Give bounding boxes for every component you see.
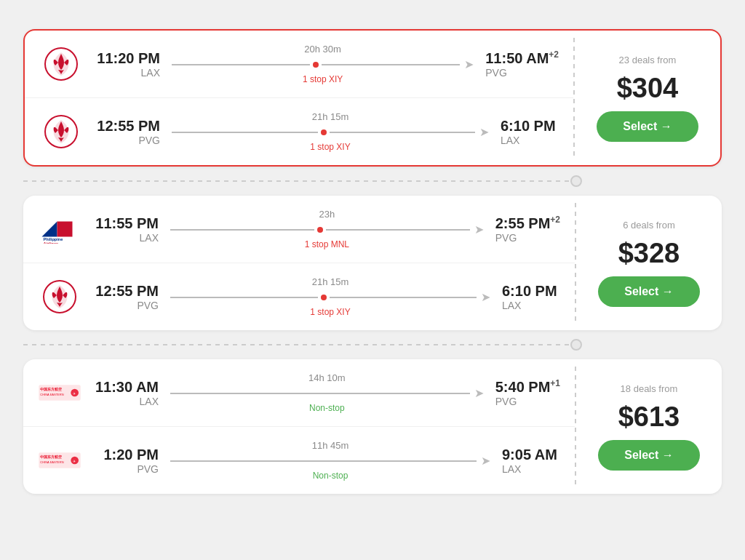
flight-info: 11:30 AM LAX 14h 10m ➤ Non-stop 5:40 PM+… xyxy=(93,372,560,413)
flights-section: 11:20 PM LAX 20h 30m ➤ 1 stop XIY 11:50 … xyxy=(25,31,573,165)
stop-dot xyxy=(321,129,327,135)
price: $304 xyxy=(617,73,679,104)
price: $328 xyxy=(618,238,680,269)
depart-time: 11:55 PM xyxy=(95,215,159,232)
stop-label: Non-stop xyxy=(309,403,345,413)
duration: 20h 30m xyxy=(304,44,341,55)
depart-time: 11:30 AM xyxy=(95,379,159,396)
route-line: 20h 30m ➤ 1 stop XIY xyxy=(160,44,485,84)
flight-card-card-3: 中国东方航空 CHINA EASTERN ✈ 11:30 AM LAX 14h … xyxy=(23,359,722,494)
connector-dot xyxy=(570,339,582,351)
connector-row xyxy=(23,337,722,352)
depart-time-airport: 12:55 PM PVG xyxy=(93,283,159,311)
airline-logo: 中国东方航空 CHINA EASTERN ✈ xyxy=(38,380,81,406)
svg-text:中国东方航空: 中国东方航空 xyxy=(40,455,62,459)
stop-label: Non-stop xyxy=(313,471,348,481)
depart-time: 1:20 PM xyxy=(103,447,159,463)
flight-info: 11:20 PM LAX 20h 30m ➤ 1 stop XIY 11:50 … xyxy=(95,44,559,84)
stop-label: 1 stop XIY xyxy=(303,74,343,84)
arrive-airport: PVG xyxy=(495,232,517,244)
h-divider xyxy=(23,180,577,182)
arrow-icon: ➤ xyxy=(481,454,490,468)
price-section: 6 deals from $328 Select → xyxy=(576,196,722,330)
arrive-time: 2:55 PM+2 xyxy=(495,215,560,232)
arrow-icon: ➤ xyxy=(464,57,474,71)
depart-airport: LAX xyxy=(141,67,160,79)
depart-time-airport: 11:20 PM LAX xyxy=(95,50,160,79)
arrive-airport: LAX xyxy=(501,135,519,146)
airline-logo: 中国东方航空 CHINA EASTERN ✈ xyxy=(38,447,81,473)
arrow-icon: ➤ xyxy=(474,386,484,400)
flight-info: 1:20 PM PVG 11h 45m ➤ Non-stop 9:05 AM L… xyxy=(93,440,560,481)
flight-row: 中国东方航空 CHINA EASTERN ✈ 1:20 PM PVG 11h 4… xyxy=(23,426,575,494)
arrive-airport: LAX xyxy=(502,463,521,475)
flight-row: 中国东方航空 CHINA EASTERN ✈ 11:30 AM LAX 14h … xyxy=(23,359,575,426)
deals-from: 6 deals from xyxy=(623,220,675,231)
route-line: 11h 45m ➤ Non-stop xyxy=(159,440,502,481)
stop-dot xyxy=(321,295,327,300)
svg-text:Airlines: Airlines xyxy=(44,241,59,244)
svg-text:CHINA EASTERN: CHINA EASTERN xyxy=(40,460,63,464)
line-container: ➤ xyxy=(170,223,484,236)
flight-row: 11:20 PM LAX 20h 30m ➤ 1 stop XIY 11:50 … xyxy=(25,31,573,97)
deals-from: 18 deals from xyxy=(621,383,678,394)
depart-time-airport: 12:55 PM PVG xyxy=(95,118,160,146)
deals-from: 23 deals from xyxy=(619,55,677,65)
line-container: ➤ xyxy=(172,57,474,71)
arrive-time-airport: 6:10 PM LAX xyxy=(501,118,559,146)
duration: 21h 15m xyxy=(312,276,349,287)
svg-text:✈: ✈ xyxy=(73,391,76,396)
airline-logo xyxy=(38,279,81,314)
duration: 11h 45m xyxy=(312,440,349,451)
flight-row: 12:55 PM PVG 21h 15m ➤ 1 stop XIY 6:10 P… xyxy=(25,97,573,165)
depart-time: 12:55 PM xyxy=(95,283,159,300)
arrive-time: 9:05 AM xyxy=(502,447,557,463)
svg-marker-2 xyxy=(42,222,57,237)
arrive-time-airport: 9:05 AM LAX xyxy=(502,447,560,475)
arrive-airport: LAX xyxy=(502,300,521,311)
depart-airport: LAX xyxy=(140,232,159,244)
arrive-time-airport: 2:55 PM+2 PVG xyxy=(495,215,560,244)
arrive-time: 11:50 AM+2 xyxy=(485,49,559,67)
arrive-time-airport: 11:50 AM+2 PVG xyxy=(485,49,559,79)
arrow-icon: ➤ xyxy=(481,290,490,304)
arrow-icon: ➤ xyxy=(474,223,484,236)
arrive-airport: PVG xyxy=(485,67,507,79)
arrive-time: 6:10 PM xyxy=(501,118,556,135)
flight-info: 12:55 PM PVG 21h 15m ➤ 1 stop XIY 6:10 P… xyxy=(95,111,559,152)
svg-text:CHINA EASTERN: CHINA EASTERN xyxy=(40,393,63,396)
select-button[interactable]: Select → xyxy=(598,276,700,307)
price: $613 xyxy=(618,401,680,433)
select-button[interactable]: Select → xyxy=(598,440,700,471)
duration: 23h xyxy=(319,209,335,220)
route-line: 21h 15m ➤ 1 stop XIY xyxy=(160,111,501,152)
flights-section: Philippine Airlines 11:55 PM LAX 23h ➤ xyxy=(23,196,575,330)
select-button[interactable]: Select → xyxy=(597,111,698,142)
flight-card-card-2: Philippine Airlines 11:55 PM LAX 23h ➤ xyxy=(23,196,722,330)
line-container: ➤ xyxy=(170,386,484,400)
price-section: 23 deals from $304 Select → xyxy=(575,31,720,165)
depart-airport: PVG xyxy=(138,135,160,146)
price-section: 18 deals from $613 Select → xyxy=(576,359,722,494)
svg-text:中国东方航空: 中国东方航空 xyxy=(40,387,62,391)
arrive-time-airport: 5:40 PM+1 PVG xyxy=(495,378,560,407)
flight-row: Philippine Airlines 11:55 PM LAX 23h ➤ xyxy=(23,196,575,263)
depart-time: 12:55 PM xyxy=(97,118,160,135)
connector-dot xyxy=(570,175,582,187)
duration: 14h 10m xyxy=(308,372,346,383)
svg-marker-3 xyxy=(57,222,73,237)
stop-label: 1 stop MNL xyxy=(305,239,349,249)
line-container: ➤ xyxy=(170,454,490,468)
flight-info: 11:55 PM LAX 23h ➤ 1 stop MNL 2:55 PM+2 … xyxy=(93,209,560,249)
depart-airport: PVG xyxy=(137,463,159,475)
arrive-time: 6:10 PM xyxy=(502,283,557,300)
connector-row xyxy=(23,174,722,188)
depart-airport: PVG xyxy=(137,300,159,311)
arrive-airport: PVG xyxy=(495,396,517,407)
stop-label: 1 stop XIY xyxy=(310,307,350,317)
svg-text:✈: ✈ xyxy=(73,459,76,463)
stop-label: 1 stop XIY xyxy=(310,142,350,152)
h-divider xyxy=(23,344,577,345)
flight-info: 12:55 PM PVG 21h 15m ➤ 1 stop XIY 6:10 P… xyxy=(93,276,560,317)
arrow-icon: ➤ xyxy=(479,125,489,139)
